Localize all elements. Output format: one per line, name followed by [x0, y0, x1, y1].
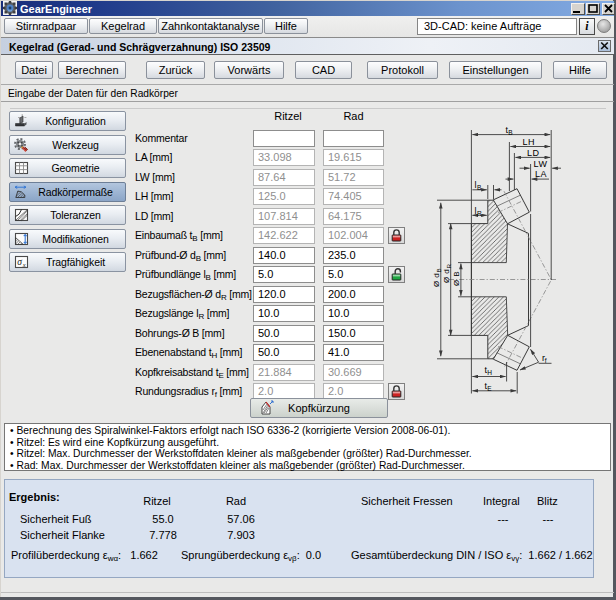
svg-text:Ø d: Ø d [432, 273, 441, 287]
svg-text:H: H [487, 369, 492, 376]
svg-text:R: R [477, 210, 482, 217]
svg-text:x: x [22, 261, 26, 268]
svg-text:LA: LA [535, 169, 547, 179]
svg-text:E: E [487, 385, 492, 392]
svg-text:σ: σ [17, 257, 22, 267]
svg-text:B: B [508, 129, 512, 136]
svg-text:B: B [477, 184, 481, 191]
svg-text:B: B [435, 268, 442, 272]
svg-text:LH: LH [523, 137, 536, 147]
svg-text:Ø B: Ø B [452, 271, 461, 286]
svg-text:LD: LD [527, 148, 540, 158]
svg-text:R: R [445, 264, 452, 269]
svg-text:Ø d: Ø d [442, 269, 451, 283]
svg-text:LW: LW [534, 159, 548, 169]
svg-text:f: f [545, 357, 547, 364]
